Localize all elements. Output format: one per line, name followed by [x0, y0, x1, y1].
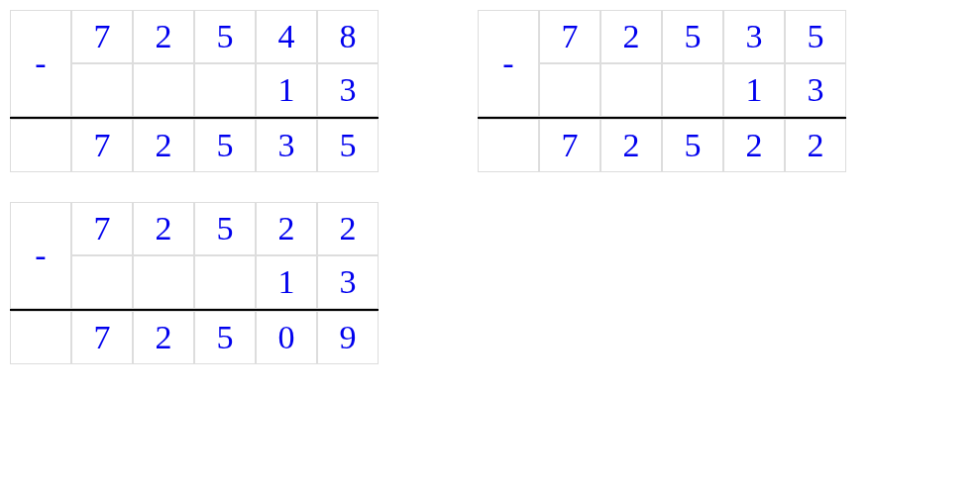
digit-cell: 3 [723, 10, 785, 63]
digit-cell: 2 [133, 311, 194, 364]
subtraction-problem: - 7 2 5 2 2 1 3 7 [10, 202, 379, 364]
problems-container: - 7 2 5 4 8 1 3 7 [10, 10, 970, 364]
digit-cell: 3 [256, 119, 317, 172]
spacer-cell [478, 119, 539, 172]
digit-cell: 1 [723, 63, 785, 117]
result-row: 7 2 5 3 5 [10, 119, 379, 172]
digit-cell: 5 [662, 10, 723, 63]
minuend-row: 7 2 5 2 2 [71, 202, 379, 255]
digit-cell: 5 [785, 10, 846, 63]
result-row: 7 2 5 0 9 [10, 311, 379, 364]
digit-cell: 3 [785, 63, 846, 117]
digit-cell: 2 [133, 119, 194, 172]
digit-cell: 2 [133, 10, 194, 63]
digit-cell: 8 [317, 10, 379, 63]
digit-cell: 2 [600, 119, 662, 172]
digit-cell: 1 [256, 255, 317, 309]
operator-cell: - [10, 202, 71, 309]
digit-cell [194, 63, 256, 117]
operator-cell: - [10, 10, 71, 117]
subtraction-problem: - 7 2 5 3 5 1 3 7 [478, 10, 846, 172]
digit-cell: 2 [133, 202, 194, 255]
digit-cell [194, 255, 256, 309]
digit-cell: 5 [317, 119, 379, 172]
digit-cell: 7 [539, 119, 600, 172]
digit-cell: 2 [785, 119, 846, 172]
minuend-row: 7 2 5 3 5 [539, 10, 846, 63]
digit-cell: 9 [317, 311, 379, 364]
result-row: 7 2 5 2 2 [478, 119, 846, 172]
digit-cell [71, 63, 133, 117]
subtrahend-row: 1 3 [539, 63, 846, 117]
operator-cell: - [478, 10, 539, 117]
digit-cell: 2 [256, 202, 317, 255]
digit-cell: 2 [317, 202, 379, 255]
minuend-row: 7 2 5 4 8 [71, 10, 379, 63]
digit-cell [133, 255, 194, 309]
digit-cell: 7 [71, 10, 133, 63]
subtraction-problem: - 7 2 5 4 8 1 3 7 [10, 10, 379, 172]
spacer-cell [10, 311, 71, 364]
digit-cell: 7 [71, 119, 133, 172]
digit-cell: 3 [317, 63, 379, 117]
digit-cell: 7 [71, 311, 133, 364]
digit-cell: 2 [723, 119, 785, 172]
digit-cell: 7 [71, 202, 133, 255]
digit-cell [71, 255, 133, 309]
digit-cell: 7 [539, 10, 600, 63]
spacer-cell [10, 119, 71, 172]
subtrahend-row: 1 3 [71, 255, 379, 309]
digit-cell [539, 63, 600, 117]
digit-cell: 3 [317, 255, 379, 309]
digit-cell: 5 [194, 311, 256, 364]
digit-cell: 2 [600, 10, 662, 63]
digit-cell: 0 [256, 311, 317, 364]
digit-cell: 5 [194, 119, 256, 172]
digit-cell: 5 [194, 202, 256, 255]
digit-cell: 5 [662, 119, 723, 172]
digit-cell: 5 [194, 10, 256, 63]
digit-cell: 1 [256, 63, 317, 117]
digit-cell [662, 63, 723, 117]
digit-cell [133, 63, 194, 117]
digit-cell: 4 [256, 10, 317, 63]
digit-cell [600, 63, 662, 117]
subtrahend-row: 1 3 [71, 63, 379, 117]
